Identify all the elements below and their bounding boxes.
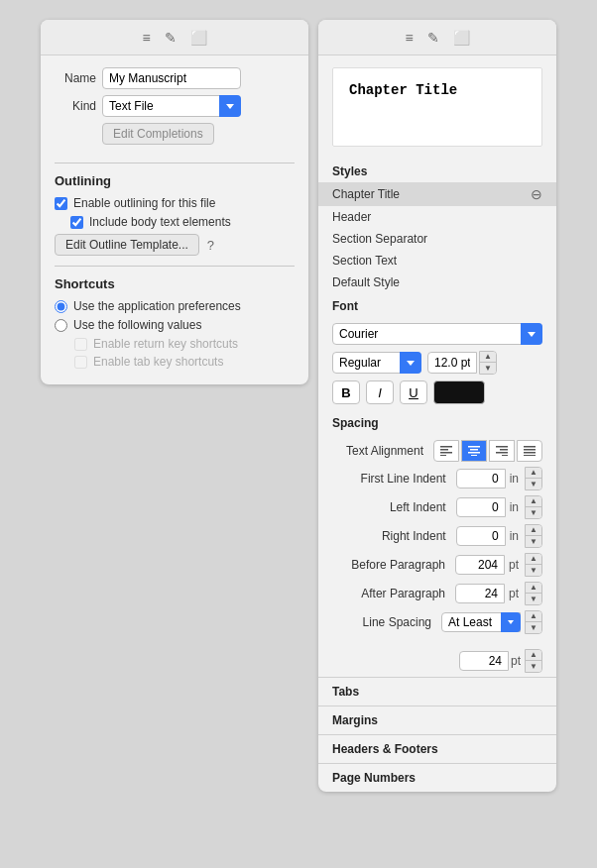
after-paragraph-down[interactable]: ▼ <box>526 594 541 604</box>
after-paragraph-label: After Paragraph <box>332 587 451 600</box>
color-swatch[interactable] <box>433 380 485 404</box>
right-list-icon[interactable]: ≡ <box>405 30 413 46</box>
chapter-title-preview: Chapter Title <box>332 67 542 147</box>
after-paragraph-row: After Paragraph pt ▲ ▼ <box>332 582 542 605</box>
font-size-down[interactable]: ▼ <box>480 363 496 374</box>
tabs-section[interactable]: Tabs <box>318 677 556 705</box>
first-line-indent-input[interactable] <box>456 469 506 488</box>
align-left-button[interactable] <box>433 440 459 462</box>
tab-shortcuts-row: Enable tab key shortcuts <box>74 355 295 369</box>
svg-rect-5 <box>470 449 478 451</box>
right-indent-stepper: ▲ ▼ <box>525 524 542 548</box>
right-indent-input[interactable] <box>456 526 506 546</box>
svg-rect-4 <box>468 446 480 448</box>
underline-button[interactable]: U <box>400 380 427 404</box>
enable-outlining-checkbox[interactable] <box>55 197 67 210</box>
styles-list: Chapter Title ⊖ Header Section Separator… <box>318 182 556 293</box>
edit-completions-button[interactable]: Edit Completions <box>102 123 214 145</box>
italic-button[interactable]: I <box>366 380 394 404</box>
text-alignment-label: Text Alignment <box>332 444 429 458</box>
edit-outline-template-button[interactable]: Edit Outline Template... <box>55 234 199 256</box>
left-indent-input[interactable] <box>456 497 506 517</box>
right-pen-icon[interactable]: ✎ <box>427 30 439 46</box>
align-justify-button[interactable] <box>517 440 542 462</box>
use-app-prefs-radio[interactable] <box>55 300 67 313</box>
line-spacing-pt-row: pt ▲ ▼ <box>318 645 556 677</box>
style-minus-icon[interactable]: ⊖ <box>531 186 542 202</box>
style-chapter-title-label: Chapter Title <box>332 187 400 201</box>
font-section: Courier Regular ▲ ▼ B <box>318 317 556 410</box>
right-panel: ≡ ✎ ⬜ Chapter Title Styles Chapter Title… <box>318 20 556 792</box>
first-line-indent-down[interactable]: ▼ <box>526 479 541 489</box>
page-numbers-section[interactable]: Page Numbers <box>318 763 556 792</box>
line-spacing-down[interactable]: ▼ <box>526 622 541 633</box>
first-line-indent-row: First Line Indent in ▲ ▼ <box>332 467 542 490</box>
kind-row: Kind Text File <box>55 95 295 117</box>
style-header[interactable]: Header <box>318 206 556 228</box>
before-paragraph-down[interactable]: ▼ <box>526 565 541 576</box>
line-spacing-stepper: ▲ ▼ <box>525 610 542 634</box>
left-indent-down[interactable]: ▼ <box>526 507 541 518</box>
return-shortcuts-checkbox <box>74 338 87 351</box>
kind-label: Kind <box>55 99 96 113</box>
name-input[interactable] <box>102 67 241 89</box>
help-icon[interactable]: ? <box>207 238 214 253</box>
tab-shortcuts-label: Enable tab key shortcuts <box>93 355 223 369</box>
line-spacing-pt-up[interactable]: ▲ <box>526 650 541 661</box>
use-following-radio[interactable] <box>55 319 67 332</box>
after-paragraph-up[interactable]: ▲ <box>526 583 541 594</box>
kind-select-wrap: Text File <box>102 95 241 117</box>
svg-rect-3 <box>440 455 446 456</box>
font-style-select[interactable]: Regular <box>332 352 421 374</box>
style-default[interactable]: Default Style <box>318 271 556 293</box>
right-indent-up[interactable]: ▲ <box>526 525 541 536</box>
font-size-input[interactable] <box>427 352 477 374</box>
margins-label: Margins <box>332 713 378 727</box>
left-toolbar: ≡ ✎ ⬜ <box>41 20 308 55</box>
style-chapter-title[interactable]: Chapter Title ⊖ <box>318 182 556 206</box>
comment-icon[interactable]: ⬜ <box>190 30 207 46</box>
headers-footers-section[interactable]: Headers & Footers <box>318 734 556 763</box>
return-shortcuts-row: Enable return key shortcuts <box>74 337 295 351</box>
bold-button[interactable]: B <box>332 380 360 404</box>
after-paragraph-unit: pt <box>509 587 519 600</box>
style-section-text[interactable]: Section Text <box>318 250 556 271</box>
margins-section[interactable]: Margins <box>318 705 556 734</box>
styles-header: Styles <box>318 159 556 182</box>
svg-rect-0 <box>440 446 452 448</box>
font-style-size-row: Regular ▲ ▼ <box>332 351 542 375</box>
line-spacing-pt-input[interactable] <box>459 651 509 671</box>
svg-rect-7 <box>471 455 477 456</box>
include-body-checkbox[interactable] <box>70 216 83 229</box>
font-size-up[interactable]: ▲ <box>480 352 496 363</box>
kind-select[interactable]: Text File <box>102 95 241 117</box>
right-indent-down[interactable]: ▼ <box>526 536 541 547</box>
line-spacing-select[interactable]: At Least Exactly Multiple <box>441 612 521 632</box>
right-comment-icon[interactable]: ⬜ <box>453 30 470 46</box>
before-paragraph-input[interactable] <box>455 555 505 575</box>
left-indent-label: Left Indent <box>332 500 452 514</box>
font-family-select[interactable]: Courier <box>332 323 542 345</box>
line-spacing-dropdown-wrap: At Least Exactly Multiple <box>441 612 521 632</box>
line-spacing-pt-unit: pt <box>511 654 521 668</box>
align-center-button[interactable] <box>461 440 487 462</box>
align-right-button[interactable] <box>489 440 515 462</box>
first-line-indent-unit: in <box>510 472 519 486</box>
pen-icon[interactable]: ✎ <box>165 30 177 46</box>
before-paragraph-up[interactable]: ▲ <box>526 554 541 565</box>
left-indent-up[interactable]: ▲ <box>526 496 541 507</box>
name-row: Name <box>55 67 295 89</box>
svg-rect-10 <box>496 452 508 454</box>
font-size-stepper: ▲ ▼ <box>479 351 497 375</box>
svg-rect-11 <box>502 455 508 456</box>
before-paragraph-row: Before Paragraph pt ▲ ▼ <box>332 553 542 577</box>
line-spacing-up[interactable]: ▲ <box>526 611 541 622</box>
include-body-row: Include body text elements <box>70 215 295 229</box>
first-line-indent-up[interactable]: ▲ <box>526 468 541 479</box>
line-spacing-pt-down[interactable]: ▼ <box>526 661 541 672</box>
style-section-separator[interactable]: Section Separator <box>318 228 556 250</box>
use-app-prefs-row: Use the application preferences <box>55 299 295 313</box>
list-icon[interactable]: ≡ <box>142 30 150 46</box>
svg-rect-2 <box>440 452 452 454</box>
after-paragraph-input[interactable] <box>455 584 505 603</box>
